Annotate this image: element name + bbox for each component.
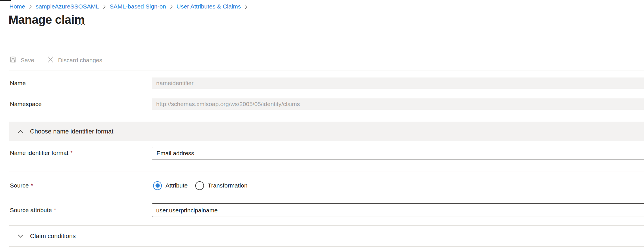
- breadcrumb-home[interactable]: Home: [9, 3, 25, 10]
- chevron-down-icon: [18, 234, 23, 238]
- row-divider: [9, 171, 644, 171]
- selected-option: Email address: [156, 150, 194, 157]
- name-label: Name: [10, 79, 26, 87]
- label-text: Source: [10, 182, 29, 189]
- namespace-field-wrap: [152, 98, 644, 110]
- breadcrumb: Home sampleAzureSSOSAML SAML-based Sign-…: [9, 3, 248, 10]
- breadcrumb-user-attributes-claims[interactable]: User Attributes & Claims: [177, 3, 241, 10]
- discard-changes-label: Discard changes: [58, 57, 102, 64]
- discard-changes-button[interactable]: Discard changes: [47, 56, 102, 65]
- attribute-radio[interactable]: [153, 181, 162, 190]
- source-attribute-label: Source attribute*: [10, 206, 56, 214]
- name-input: [152, 77, 644, 89]
- required-asterisk: *: [54, 207, 56, 213]
- save-button[interactable]: Save: [9, 56, 34, 65]
- claim-conditions-section[interactable]: Claim conditions: [9, 226, 644, 246]
- command-bar: Save Discard changes: [9, 55, 102, 65]
- save-icon: [9, 56, 17, 65]
- more-options-button[interactable]: ···: [77, 21, 87, 28]
- chevron-right-icon: [103, 4, 106, 9]
- section-title: Claim conditions: [30, 232, 76, 240]
- label-text: Source attribute: [10, 207, 52, 213]
- namespace-input: [152, 98, 644, 110]
- required-asterisk: *: [31, 182, 33, 189]
- source-label: Source*: [10, 182, 33, 189]
- section-title: Choose name identifier format: [30, 128, 113, 135]
- row-divider: [9, 246, 644, 247]
- attribute-radio-label[interactable]: Attribute: [166, 182, 188, 189]
- chevron-right-icon: [170, 4, 173, 9]
- close-icon: [47, 56, 54, 65]
- choose-name-identifier-format-section[interactable]: Choose name identifier format: [9, 122, 644, 141]
- required-asterisk: *: [70, 150, 73, 156]
- breadcrumb-app[interactable]: sampleAzureSSOSAML: [36, 3, 99, 10]
- name-field-wrap: [152, 77, 644, 89]
- breadcrumb-saml-signon[interactable]: SAML-based Sign-on: [110, 3, 166, 10]
- page-title: Manage claim: [8, 13, 85, 27]
- source-attribute-field-wrap: [152, 203, 644, 217]
- chevron-right-icon: [29, 4, 32, 9]
- source-radio-group: Attribute Transformation: [153, 181, 248, 190]
- name-identifier-format-select[interactable]: Email address: [152, 147, 644, 160]
- chevron-right-icon: [244, 4, 248, 9]
- screenshot-edge-artifact: [0, 0, 11, 1]
- source-attribute-input[interactable]: [152, 203, 644, 217]
- transformation-radio-label[interactable]: Transformation: [208, 182, 247, 189]
- label-text: Name identifier format: [10, 150, 68, 156]
- chevron-up-icon: [18, 130, 23, 133]
- transformation-radio[interactable]: [195, 181, 204, 190]
- toolbar-divider: [9, 70, 644, 70]
- name-identifier-format-label: Name identifier format*: [10, 149, 73, 157]
- save-label: Save: [21, 57, 34, 64]
- namespace-label: Namespace: [10, 100, 42, 108]
